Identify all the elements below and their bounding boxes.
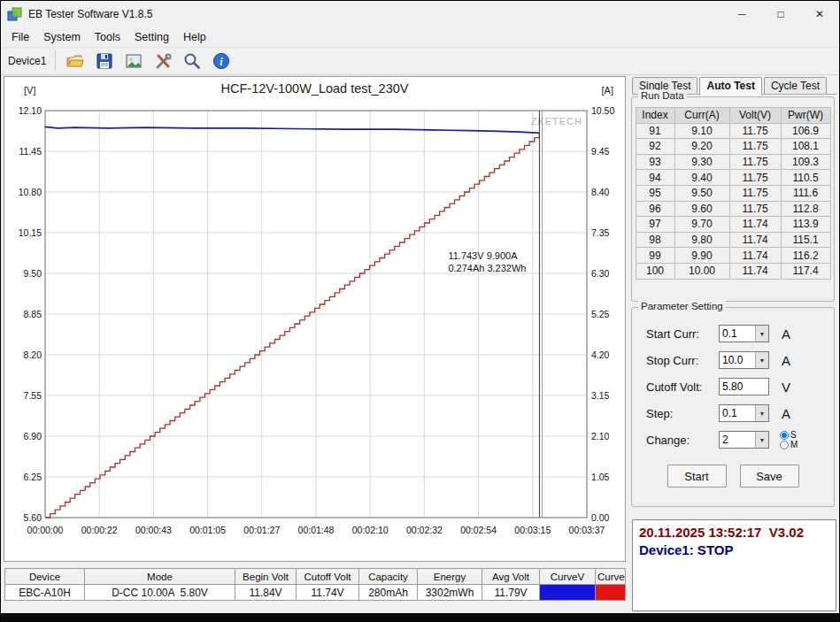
menu-item-setting[interactable]: Setting: [127, 29, 176, 45]
chevron-down-icon[interactable]: ▼: [755, 326, 768, 342]
summary-table: DeviceModeBegin VoltCutoff VoltCapacityE…: [4, 568, 626, 601]
start-curr-row: Start Curr: ▼ A: [632, 320, 834, 347]
stop-curr-row: Stop Curr: ▼ A: [632, 347, 834, 373]
run-data-row[interactable]: 959.5011.75111.6: [636, 185, 830, 201]
start-curr-unit: A: [782, 326, 790, 342]
radio-s-label: S: [790, 430, 797, 440]
summary-col-header: CurveV: [540, 569, 596, 585]
change-mode-radios: S M: [780, 430, 798, 449]
x-axis-tick: 00:00:22: [81, 525, 118, 535]
change-input[interactable]: [720, 432, 755, 448]
summary-col-header: Energy: [418, 569, 482, 585]
info-button[interactable]: i: [208, 49, 235, 73]
run-data-cell: 115.1: [781, 232, 830, 248]
radio-m-label: M: [790, 440, 798, 449]
left-axis-tick: 8.85: [24, 309, 42, 319]
curve-a-color-swatch[interactable]: [596, 585, 626, 601]
left-axis-tick: 10.80: [19, 187, 42, 197]
run-data-row[interactable]: 919.1011.75106.9: [636, 123, 830, 139]
run-data-row[interactable]: 989.8011.74115.1: [636, 232, 830, 248]
radio-m[interactable]: [780, 441, 789, 449]
menu-item-tools[interactable]: Tools: [88, 29, 127, 45]
run-data-cell: 11.74: [729, 232, 781, 248]
run-data-cell: 95: [636, 185, 674, 201]
x-axis-tick: 00:01:48: [298, 525, 335, 535]
app-icon: [7, 7, 22, 22]
tab-cycle-test[interactable]: Cycle Test: [764, 77, 827, 94]
zoom-button[interactable]: [179, 49, 205, 73]
stop-curr-label: Stop Curr:: [646, 354, 719, 367]
summary-header-row: DeviceModeBegin VoltCutoff VoltCapacityE…: [5, 569, 626, 585]
open-file-button[interactable]: [62, 49, 89, 73]
cutoff-volt-input[interactable]: [719, 378, 769, 395]
start-curr-label: Start Curr:: [646, 327, 719, 341]
change-combo[interactable]: ▼: [719, 431, 769, 449]
save-button[interactable]: [91, 49, 118, 73]
run-data-cell: 109.3: [781, 154, 830, 170]
maximize-button[interactable]: □: [761, 1, 800, 27]
run-data-cell: 116.2: [781, 248, 830, 264]
radio-s[interactable]: [780, 431, 789, 440]
radio-option-s[interactable]: S: [780, 430, 798, 440]
run-data-row[interactable]: 10010.0011.74117.4: [636, 263, 830, 279]
run-data-cell: 106.9: [781, 123, 830, 139]
run-data-cell: 11.75: [729, 123, 781, 139]
window-title: EB Tester Software V1.8.5: [28, 8, 153, 20]
right-axis-tick: 2.10: [591, 431, 610, 442]
run-data-cell: 110.5: [781, 170, 830, 186]
left-axis-tick: 11.45: [19, 146, 42, 157]
menu-item-help[interactable]: Help: [176, 29, 213, 45]
tools-button[interactable]: [150, 49, 176, 73]
minimize-button[interactable]: ─: [722, 1, 761, 27]
run-data-row[interactable]: 939.3011.75109.3: [636, 154, 830, 170]
start-curr-input[interactable]: [720, 326, 755, 342]
step-input[interactable]: [720, 405, 755, 421]
left-axis-tick: 9.50: [24, 268, 42, 279]
save-params-button[interactable]: Save: [740, 465, 799, 488]
chart-area: 12.1010.5000:00:0011.459.4500:00:2210.80…: [4, 76, 626, 562]
step-combo[interactable]: ▼: [719, 404, 769, 422]
device-tab[interactable]: Device1: [1, 50, 56, 72]
run-data-row[interactable]: 969.6011.75112.8: [636, 201, 830, 217]
run-data-col-header: Index: [636, 108, 674, 124]
left-axis-tick: 5.60: [24, 512, 42, 523]
run-data-row[interactable]: 949.4011.75110.5: [636, 170, 830, 186]
run-data-row[interactable]: 979.7011.74113.9: [636, 217, 830, 233]
run-data-body: 919.1011.75106.9929.2011.75108.1939.3011…: [636, 123, 830, 279]
start-curr-combo[interactable]: ▼: [719, 325, 769, 342]
chevron-down-icon[interactable]: ▼: [755, 352, 768, 368]
menu-item-file[interactable]: File: [4, 29, 36, 45]
run-data-cell: 9.50: [674, 185, 729, 201]
start-test-button[interactable]: Start: [667, 465, 727, 488]
chevron-down-icon[interactable]: ▼: [755, 432, 768, 448]
run-data-cell: 11.75: [729, 139, 781, 155]
run-data-cell: 9.60: [674, 201, 729, 217]
left-axis-tick: 6.90: [24, 431, 42, 442]
export-image-button[interactable]: [120, 49, 147, 73]
run-data-cell: 9.70: [674, 217, 729, 233]
right-axis-tick: 8.40: [591, 187, 610, 197]
close-button[interactable]: ✕: [800, 1, 839, 27]
summary-col-header: Avg Volt: [482, 569, 540, 585]
run-data-cell: 11.74: [729, 248, 781, 264]
stop-curr-input[interactable]: [720, 352, 755, 368]
right-axis-tick: 4.20: [591, 349, 610, 360]
open-file-icon: [66, 51, 85, 71]
menu-item-system[interactable]: System: [36, 29, 88, 45]
curve-v-color-swatch[interactable]: [540, 585, 596, 601]
status-device-state: Device1: STOP: [639, 542, 829, 557]
run-data-row[interactable]: 999.9011.74116.2: [636, 248, 830, 264]
right-axis-tick: 3.15: [591, 390, 610, 401]
run-data-table[interactable]: IndexCurr(A)Volt(V)Pwr(W) 919.1011.75106…: [636, 107, 831, 280]
tab-auto-test[interactable]: Auto Test: [699, 77, 761, 96]
watermark: ZKETECH: [531, 116, 582, 127]
toolbar: Device1: [1, 47, 839, 75]
right-panel: Single Test Auto Test Cycle Test Run Dat…: [628, 75, 840, 617]
device-status-panel: 20.11.2025 13:52:17 V3.02 Device1: STOP: [632, 519, 836, 611]
stop-curr-combo[interactable]: ▼: [719, 351, 769, 369]
run-data-col-header: Volt(V): [729, 108, 781, 124]
run-data-row[interactable]: 929.2011.75108.1: [636, 139, 830, 155]
chart-plot[interactable]: 12.1010.5000:00:0011.459.4500:00:2210.80…: [4, 77, 627, 563]
radio-option-m[interactable]: M: [780, 440, 798, 449]
chevron-down-icon[interactable]: ▼: [755, 405, 768, 421]
